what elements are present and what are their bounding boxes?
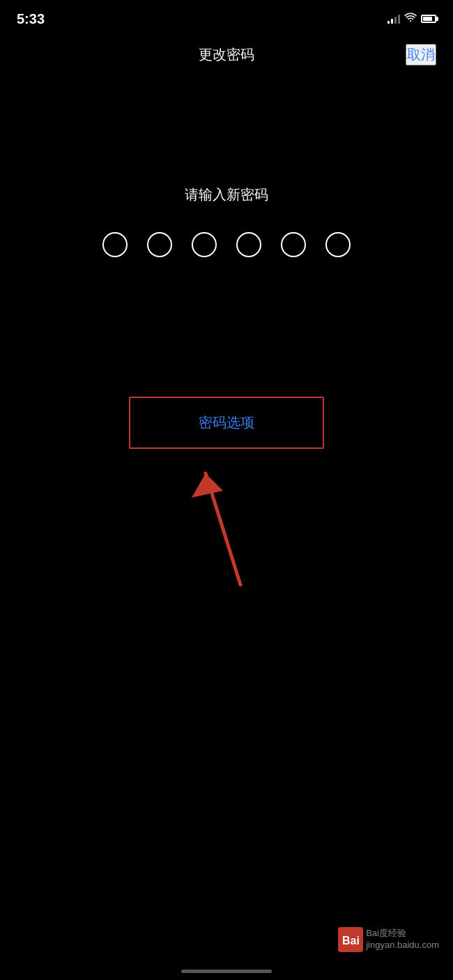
pin-circle-6: [325, 232, 351, 257]
svg-text:Bai: Bai: [342, 935, 360, 947]
watermark-site-name: Bai度经验: [366, 928, 406, 938]
nav-bar: 更改密码 取消: [0, 35, 453, 74]
wifi-icon: [404, 13, 417, 25]
signal-icon: [387, 14, 400, 24]
pin-circle-1: [102, 232, 128, 257]
svg-marker-1: [192, 473, 223, 498]
password-options-button[interactable]: 密码选项: [129, 397, 324, 449]
status-time: 5:33: [17, 11, 45, 27]
arrow-annotation: [185, 452, 268, 595]
password-options-container: 密码选项: [129, 397, 324, 449]
arrow-icon: [185, 452, 268, 592]
pin-circle-5: [281, 232, 306, 257]
prompt-text: 请输入新密码: [185, 185, 268, 204]
main-content: 请输入新密码 密码选项: [0, 185, 453, 449]
signal-bar-3: [394, 17, 397, 24]
signal-bar-1: [387, 21, 390, 24]
watermark: Bai Bai度经验 jingyan.baidu.com: [338, 927, 439, 952]
pin-circle-3: [192, 232, 217, 257]
pin-circle-4: [236, 232, 261, 257]
status-bar: 5:33: [0, 0, 453, 35]
nav-title: 更改密码: [199, 45, 254, 64]
home-indicator: [181, 970, 272, 973]
battery-icon: [421, 15, 436, 23]
pin-circle-2: [147, 232, 172, 257]
cancel-button[interactable]: 取消: [406, 44, 436, 66]
baidu-logo: Bai: [338, 927, 363, 952]
status-icons: [387, 13, 436, 25]
battery-fill: [423, 17, 432, 21]
signal-bar-4: [398, 15, 400, 24]
watermark-text: Bai度经验 jingyan.baidu.com: [366, 928, 439, 951]
pin-circles: [102, 232, 351, 257]
watermark-url: jingyan.baidu.com: [366, 940, 439, 950]
signal-bar-2: [391, 19, 393, 24]
